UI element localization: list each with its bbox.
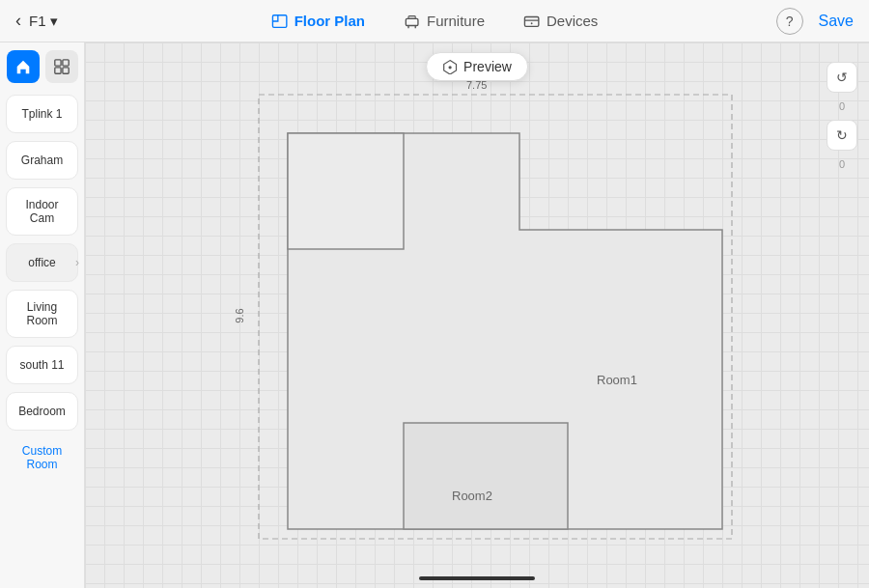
tab-floorplan[interactable]: Floor Plan — [264, 9, 373, 34]
right-controls: ↺ 0 ↻ 0 — [827, 62, 857, 170]
svg-point-7 — [531, 22, 533, 24]
tab-bar: Floor Plan Furniture Devices — [264, 9, 606, 34]
svg-rect-9 — [62, 60, 68, 66]
sidebar: Tplink 1 Graham Indoor Cam office › Livi… — [0, 42, 85, 588]
scroll-indicator — [419, 576, 535, 580]
floorplan-icon — [271, 13, 289, 30]
svg-rect-5 — [525, 16, 539, 26]
floor-plan-svg: Room1 Room2 — [249, 85, 790, 568]
sidebar-item-office[interactable]: office › — [6, 243, 78, 282]
save-button[interactable]: Save — [819, 13, 854, 30]
svg-point-13 — [449, 66, 452, 69]
sidebar-item-livingroom[interactable]: Living Room — [6, 290, 78, 338]
home-view-btn[interactable] — [7, 50, 40, 83]
sidebar-item-tplink1[interactable]: Tplink 1 — [6, 95, 78, 133]
header-left: ‹ F1 ▾ — [15, 11, 58, 31]
devices-icon — [523, 13, 541, 30]
svg-rect-1 — [406, 18, 419, 25]
sidebar-item-graham[interactable]: Graham — [6, 141, 78, 180]
sidebar-item-south11[interactable]: south 11 — [6, 346, 78, 384]
furniture-icon — [404, 13, 421, 30]
custom-room-button[interactable]: Custom Room — [6, 438, 78, 477]
canvas-area[interactable]: Preview 7.75 9.6 Room1 Room2 — [85, 42, 869, 588]
redo-button[interactable]: ↻ — [827, 120, 857, 151]
main-content: Tplink 1 Graham Indoor Cam office › Livi… — [0, 42, 869, 588]
tab-furniture[interactable]: Furniture — [396, 9, 492, 34]
sidebar-item-indoorcam[interactable]: Indoor Cam — [6, 187, 78, 236]
preview-tooltip[interactable]: Preview — [426, 52, 528, 81]
back-button[interactable]: ‹ — [15, 11, 21, 31]
svg-rect-17 — [404, 423, 568, 529]
redo-count: 0 — [839, 158, 845, 170]
sidebar-item-bedroom[interactable]: Bedroom — [6, 392, 78, 431]
floor-selector[interactable]: F1 ▾ — [29, 13, 58, 30]
sidebar-view-toggle — [6, 50, 78, 83]
tab-devices[interactable]: Devices — [516, 9, 605, 34]
svg-rect-10 — [54, 68, 60, 73]
dimension-left: 9.6 — [234, 308, 245, 322]
svg-rect-11 — [62, 68, 68, 73]
help-button[interactable]: ? — [776, 8, 803, 35]
undo-count: 0 — [839, 100, 845, 112]
svg-marker-16 — [288, 133, 404, 249]
svg-rect-4 — [408, 15, 415, 18]
svg-rect-8 — [54, 60, 60, 66]
office-arrow: › — [75, 256, 79, 269]
grid-view-btn[interactable] — [45, 50, 78, 83]
home-icon — [14, 58, 32, 75]
preview-icon — [442, 59, 458, 74]
room1-label: Room1 — [597, 373, 637, 387]
header: ‹ F1 ▾ Floor Plan Furniture — [0, 0, 869, 42]
undo-button[interactable]: ↺ — [827, 62, 857, 93]
header-right: ? Save — [776, 8, 854, 35]
grid-icon — [53, 58, 70, 75]
room2-label: Room2 — [452, 489, 492, 503]
